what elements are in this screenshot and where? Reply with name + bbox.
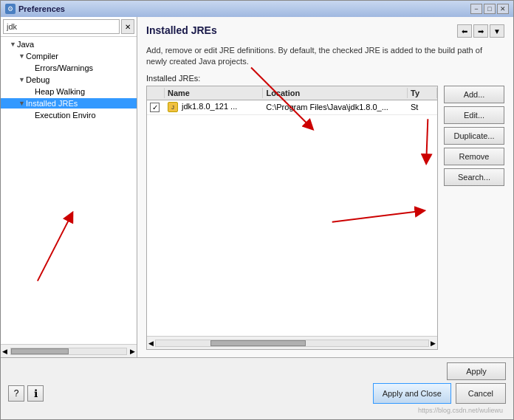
left-scrollbar[interactable]: ◀ ▶ — [1, 344, 137, 357]
bottom-left-icons: ? ℹ — [8, 385, 44, 402]
window-title: Preferences — [18, 4, 470, 13]
search-input[interactable] — [3, 19, 120, 34]
jre-icon: J — [168, 102, 178, 112]
add-button[interactable]: Add... — [444, 86, 504, 103]
row-name: J jdk1.8.0_121 ... — [165, 101, 263, 113]
right-buttons: Add... Edit... Duplicate... Remove Searc… — [438, 86, 504, 350]
tree-label-java: Java — [17, 40, 34, 49]
main-content: ✕ ▼ Java ▼ Compiler — [1, 17, 513, 357]
section-title: Installed JREs — [146, 24, 217, 36]
watermark-text: https://blog.csdn.net/wuliewu — [8, 407, 506, 415]
th-type[interactable]: Ty — [408, 88, 437, 98]
tree-label-exec-enviro: Execution Enviro — [35, 111, 96, 120]
tree-label-heap: Heap Walking — [35, 87, 85, 96]
tree-view: ▼ Java ▼ Compiler Errors/Warnings — [1, 37, 137, 344]
search-button[interactable]: Search... — [444, 168, 504, 186]
tree-label-compiler: Compiler — [26, 52, 58, 61]
search-clear-button[interactable]: ✕ — [121, 19, 134, 34]
right-panel-nav: Installed JREs ⬅ ➡ ▼ — [146, 24, 504, 42]
jre-table: Name Location Ty ✓ J jd — [146, 86, 438, 350]
table-header: Name Location Ty — [147, 86, 437, 100]
scroll-left-icon[interactable]: ◀ — [147, 340, 155, 347]
duplicate-button[interactable]: Duplicate... — [444, 127, 504, 145]
help-button[interactable]: ? — [8, 385, 24, 402]
th-check — [147, 88, 165, 98]
apply-and-close-button[interactable]: Apply and Close — [373, 383, 451, 404]
right-panel: Installed JREs ⬅ ➡ ▼ Add, remove or edit… — [137, 17, 513, 357]
toggle-java: ▼ — [10, 41, 17, 48]
preferences-window: ⚙ Preferences − □ ✕ ✕ ▼ Java — [0, 0, 514, 420]
table-body: ✓ J jdk1.8.0_121 ... C:\Program Files\Ja… — [147, 100, 437, 336]
row-checkbox[interactable]: ✓ — [147, 102, 165, 113]
bottom-buttons-row: ? ℹ Apply and Close Cancel — [8, 383, 506, 404]
left-panel: ✕ ▼ Java ▼ Compiler — [1, 17, 137, 357]
nav-dropdown-button[interactable]: ▼ — [490, 24, 504, 38]
info-button[interactable]: ℹ — [27, 385, 44, 402]
apply-row: Apply — [8, 362, 506, 380]
nav-buttons: ⬅ ➡ ▼ — [457, 24, 504, 42]
tree-item-java[interactable]: ▼ Java — [1, 38, 137, 50]
th-location[interactable]: Location — [263, 88, 408, 98]
row-location: C:\Program Files\Java\jdk1.8.0_... — [263, 102, 408, 112]
installed-jres-label: Installed JREs: — [146, 74, 504, 83]
tree-item-compiler[interactable]: ▼ Compiler — [1, 50, 137, 62]
search-bar: ✕ — [1, 17, 137, 37]
toggle-installed-jres: ▼ — [18, 100, 26, 107]
remove-button[interactable]: Remove — [444, 148, 504, 165]
maximize-button[interactable]: □ — [484, 4, 496, 14]
toggle-compiler: ▼ — [18, 52, 26, 60]
toggle-debug: ▼ — [18, 76, 26, 83]
title-bar-buttons: − □ ✕ — [470, 4, 509, 14]
edit-button[interactable]: Edit... — [444, 106, 504, 124]
nav-back-button[interactable]: ➡ — [473, 24, 488, 38]
table-row[interactable]: ✓ J jdk1.8.0_121 ... C:\Program Files\Ja… — [147, 100, 437, 115]
right-buttons-area: Name Location Ty ✓ J jd — [146, 86, 504, 350]
bottom-right-buttons: Apply and Close Cancel — [373, 383, 506, 404]
scroll-left-btn[interactable]: ◀ — [2, 348, 7, 355]
tree-item-errors-warnings[interactable]: Errors/Warnings — [1, 62, 137, 74]
scroll-right-btn[interactable]: ▶ — [130, 348, 135, 355]
title-bar: ⚙ Preferences − □ ✕ — [1, 1, 513, 17]
th-name[interactable]: Name — [165, 88, 263, 98]
tree-label-installed-jres: Installed JREs — [26, 99, 78, 108]
tree-item-debug[interactable]: ▼ Debug — [1, 74, 137, 86]
minimize-button[interactable]: − — [470, 4, 482, 14]
tree-label-errors: Errors/Warnings — [35, 63, 93, 72]
bottom-area: Apply ? ℹ Apply and Close Cancel https:/… — [1, 357, 513, 419]
nav-forward-button[interactable]: ⬅ — [457, 24, 472, 38]
window-icon: ⚙ — [5, 4, 16, 14]
tree-item-exec-enviro[interactable]: Execution Enviro — [1, 109, 137, 121]
description-text: Add, remove or edit JRE definitions. By … — [146, 45, 504, 68]
scroll-right-icon[interactable]: ▶ — [429, 340, 437, 347]
row-type: St — [408, 102, 437, 112]
tree-item-installed-jres[interactable]: ▼ Installed JREs — [1, 97, 137, 109]
close-button[interactable]: ✕ — [497, 4, 509, 14]
cancel-button[interactable]: Cancel — [456, 383, 506, 404]
table-scrollbar[interactable]: ◀ ▶ — [147, 336, 437, 349]
tree-item-heap[interactable]: Heap Walking — [1, 86, 137, 97]
tree-label-debug: Debug — [26, 75, 49, 84]
apply-button[interactable]: Apply — [447, 362, 506, 380]
